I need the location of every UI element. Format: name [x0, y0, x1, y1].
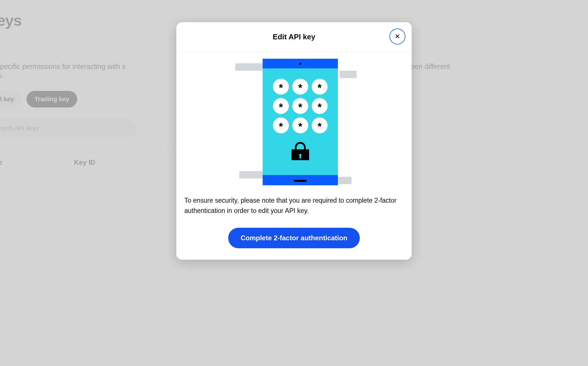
- modal-illustration: *** *** ***: [176, 52, 412, 190]
- modal-header: Edit API key ✕: [176, 22, 412, 52]
- modal-actions: Complete 2-factor authentication: [176, 219, 412, 260]
- complete-2fa-button[interactable]: Complete 2-factor authentication: [228, 228, 360, 248]
- decor-bar: [235, 63, 264, 71]
- modal-overlay: Edit API key ✕ *** *** ***: [0, 0, 588, 366]
- edit-api-key-modal: Edit API key ✕ *** *** ***: [176, 22, 412, 260]
- close-icon: ✕: [395, 32, 400, 40]
- lock-icon: [291, 142, 309, 160]
- camera-dot-icon: [299, 63, 301, 65]
- modal-body-text: To ensure security, please note that you…: [176, 190, 412, 219]
- decor-bar: [340, 71, 357, 78]
- phone-screen: *** *** ***: [263, 68, 338, 175]
- close-button[interactable]: ✕: [389, 29, 405, 44]
- phone-icon: *** *** ***: [263, 59, 338, 185]
- modal-title: Edit API key: [273, 32, 315, 41]
- home-bar-icon: [294, 180, 307, 182]
- keypad-icon: *** *** ***: [273, 79, 328, 133]
